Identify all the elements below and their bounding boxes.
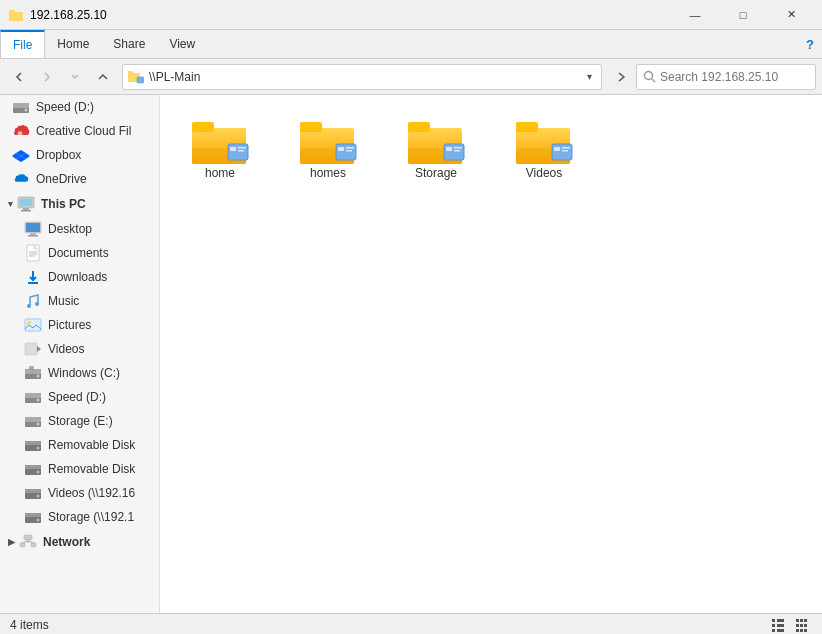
minimize-button[interactable]: — [672,0,718,30]
address-bar[interactable]: ▾ [122,64,602,90]
close-button[interactable]: ✕ [768,0,814,30]
file-item-storage[interactable]: Storage [386,105,486,189]
network-icon [19,533,37,551]
svg-rect-67 [238,147,246,149]
sidebar: Speed (D:) Creative Cloud Fil [0,95,160,613]
svg-rect-72 [336,144,356,160]
sidebar-item-removable2[interactable]: Removable Disk [0,457,159,481]
svg-marker-32 [37,346,41,352]
list-view-button[interactable] [768,615,788,635]
up-button[interactable] [90,64,116,90]
sidebar-label: Downloads [48,270,107,284]
up-icon [97,71,109,83]
sidebar-item-desktop[interactable]: Desktop [0,217,159,241]
main-layout: Speed (D:) Creative Cloud Fil [0,95,822,613]
svg-rect-88 [562,147,570,149]
title-bar-controls: — □ ✕ [672,0,814,30]
recent-locations-button[interactable] [62,64,88,90]
sidebar-item-removable1[interactable]: Removable Disk [0,433,159,457]
go-button[interactable] [608,64,634,90]
status-bar: 4 items [0,613,822,634]
sidebar-item-downloads[interactable]: Downloads [0,265,159,289]
folder-icon-homes [298,114,358,162]
detail-view-icon [795,618,809,632]
sidebar-item-creative-cloud[interactable]: Creative Cloud Fil [0,119,159,143]
back-button[interactable] [6,64,32,90]
this-pc-header[interactable]: ▾ This PC [0,191,159,217]
network-header[interactable]: ▶ Network [0,529,159,555]
sidebar-item-pictures[interactable]: Pictures [0,313,159,337]
svg-rect-91 [772,624,775,627]
go-icon [615,71,627,83]
sidebar-label: OneDrive [36,172,87,186]
file-item-home[interactable]: home [170,105,270,189]
sidebar-label: Pictures [48,318,91,332]
search-bar[interactable] [636,64,816,90]
sidebar-label: Windows (C:) [48,366,120,380]
search-input[interactable] [660,70,810,84]
network-label: Network [43,535,90,549]
svg-rect-92 [772,629,775,632]
videos-sidebar-icon [24,340,42,358]
svg-point-45 [37,447,40,450]
detail-view-button[interactable] [792,615,812,635]
sidebar-item-storage-network[interactable]: Storage (\\192.1 [0,505,159,529]
sidebar-item-storage-e[interactable]: Storage (E:) [0,409,159,433]
this-pc-icon [17,195,35,213]
content-area: home [160,95,822,613]
svg-rect-22 [27,245,39,261]
address-input[interactable] [149,70,581,84]
svg-rect-79 [444,144,464,160]
svg-rect-82 [454,150,460,152]
sidebar-item-windows-c[interactable]: Windows (C:) [0,361,159,385]
sidebar-label: Storage (\\192.1 [48,510,134,524]
help-button[interactable]: ? [798,32,822,56]
music-icon [24,292,42,310]
window-icon [8,7,24,23]
network-drive-icon2 [24,508,42,526]
sidebar-item-speed-d[interactable]: Speed (D:) [0,95,159,119]
svg-point-28 [35,302,39,306]
svg-rect-53 [25,513,41,517]
forward-button[interactable] [34,64,60,90]
sidebar-item-dropbox[interactable]: Dropbox [0,143,159,167]
maximize-button[interactable]: □ [720,0,766,30]
network-chevron-icon: ▶ [8,537,15,547]
svg-rect-73 [338,147,344,151]
svg-rect-93 [777,619,784,622]
removable-drive-icon1 [24,436,42,454]
svg-point-51 [37,495,40,498]
address-dropdown[interactable]: ▾ [581,69,597,85]
svg-rect-57 [31,543,36,547]
file-item-homes[interactable]: homes [278,105,378,189]
svg-rect-44 [25,441,41,445]
svg-rect-29 [25,319,41,331]
sidebar-item-speed-d2[interactable]: Speed (D:) [0,385,159,409]
svg-rect-8 [13,103,29,108]
tab-view[interactable]: View [157,30,207,58]
sidebar-label: Speed (D:) [48,390,106,404]
sidebar-label: Removable Disk [48,438,135,452]
windows-drive-icon [24,364,42,382]
svg-rect-31 [25,343,37,355]
file-name-videos-content: Videos [526,166,562,180]
sidebar-label: Creative Cloud Fil [36,124,131,138]
removable-drive-icon2 [24,460,42,478]
back-icon [13,71,25,83]
svg-rect-4 [137,77,144,83]
sidebar-item-documents[interactable]: Documents [0,241,159,265]
tab-home[interactable]: Home [45,30,101,58]
svg-rect-55 [24,535,32,540]
sidebar-label: Removable Disk [48,462,135,476]
downloads-icon [24,268,42,286]
file-item-videos-content[interactable]: Videos [494,105,594,189]
tab-file[interactable]: File [0,30,45,58]
sidebar-item-videos[interactable]: Videos [0,337,159,361]
sidebar-item-music[interactable]: Music [0,289,159,313]
svg-point-27 [27,304,31,308]
sidebar-item-onedrive[interactable]: OneDrive [0,167,159,191]
sidebar-label: Documents [48,246,109,260]
sidebar-label: Speed (D:) [36,100,94,114]
tab-share[interactable]: Share [101,30,157,58]
sidebar-item-videos-network[interactable]: Videos (\\192.16 [0,481,159,505]
